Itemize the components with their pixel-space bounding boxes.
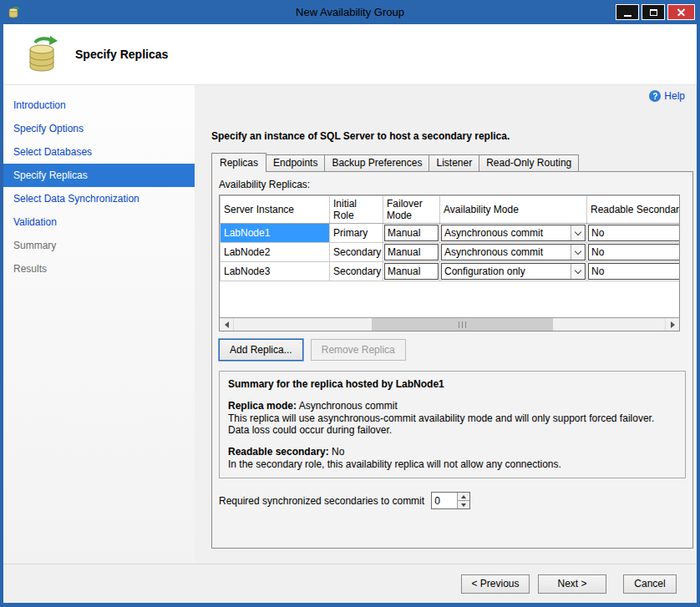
sidebar-item-select-data-synchronization[interactable]: Select Data Synchronization bbox=[3, 187, 195, 210]
replica-mode-value: Asynchronous commit bbox=[299, 400, 398, 412]
scroll-right-icon bbox=[671, 321, 675, 328]
availability-mode-value: Configuration only bbox=[442, 264, 571, 279]
availability-mode-cell[interactable]: Configuration only bbox=[440, 262, 587, 281]
dropdown-arrow-icon[interactable] bbox=[571, 264, 585, 279]
scrollbar-grip-icon bbox=[459, 321, 466, 328]
instruction-text: Specify an instance of SQL Server to hos… bbox=[211, 130, 693, 142]
dialog-body: Specify Replicas Introduction Specify Op… bbox=[3, 24, 697, 603]
sidebar-item-specify-replicas[interactable]: Specify Replicas bbox=[3, 164, 195, 187]
maximize-icon bbox=[650, 9, 657, 16]
tab-endpoints[interactable]: Endpoints bbox=[266, 154, 325, 172]
readable-secondary-summary-value: No bbox=[332, 446, 344, 458]
failover-mode-cell[interactable]: Manual bbox=[383, 262, 440, 281]
scroll-left-icon bbox=[225, 321, 229, 328]
sidebar-item-introduction[interactable]: Introduction bbox=[3, 94, 195, 117]
col-availability-mode: Availability Mode bbox=[440, 196, 587, 224]
scroll-left-button[interactable] bbox=[220, 318, 234, 331]
spin-down-button[interactable] bbox=[458, 501, 469, 508]
window-title: New Availability Group bbox=[3, 6, 697, 18]
readable-secondary-description: In the secondary role, this availability… bbox=[228, 458, 677, 471]
replica-mode-label: Replica mode: bbox=[228, 400, 297, 412]
close-button[interactable] bbox=[667, 4, 695, 20]
availability-group-icon bbox=[7, 5, 22, 20]
add-replica-button[interactable]: Add Replica... bbox=[219, 339, 303, 361]
help-label: Help bbox=[664, 90, 685, 102]
scrollbar-track[interactable] bbox=[234, 318, 665, 331]
failover-mode-value: Manual bbox=[388, 266, 420, 277]
sidebar-item-results: Results bbox=[3, 257, 195, 281]
database-sync-icon bbox=[23, 35, 62, 73]
dialog-window: New Availability Group Specify Replicas bbox=[0, 0, 700, 607]
minimize-button[interactable] bbox=[616, 4, 639, 20]
readable-secondary-value: No bbox=[591, 266, 604, 277]
content-area: Introduction Specify Options Select Data… bbox=[3, 85, 697, 564]
availability-mode-cell[interactable]: Asynchronous commit bbox=[440, 224, 587, 243]
maximize-button[interactable] bbox=[642, 4, 665, 20]
sidebar-item-specify-options[interactable]: Specify Options bbox=[3, 117, 195, 140]
replica-row: LabNode2 Secondary Manual Asynchronous c… bbox=[221, 243, 680, 262]
wizard-footer: < Previous Next > Cancel bbox=[3, 564, 697, 603]
tab-replicas[interactable]: Replicas bbox=[211, 153, 266, 172]
server-instance-cell[interactable]: LabNode3 bbox=[221, 262, 330, 281]
sidebar-item-validation[interactable]: Validation bbox=[3, 210, 195, 234]
col-server-instance: Server Instance bbox=[221, 196, 330, 224]
availability-mode-cell[interactable]: Asynchronous commit bbox=[440, 243, 587, 262]
server-instance-cell[interactable]: LabNode2 bbox=[221, 243, 330, 262]
failover-mode-value: Manual bbox=[388, 246, 420, 258]
readable-secondary-cell[interactable]: No bbox=[587, 243, 680, 262]
replicas-grid: Server Instance Initial Role Failover Mo… bbox=[219, 195, 680, 331]
spin-up-icon bbox=[461, 495, 466, 498]
required-secondaries-label: Required synchronized secondaries to com… bbox=[219, 495, 424, 507]
readable-secondary-cell[interactable]: No bbox=[587, 262, 680, 281]
summary-title: Summary for the replica hosted by LabNod… bbox=[228, 378, 677, 390]
tab-strip: Replicas Endpoints Backup Preferences Li… bbox=[211, 153, 693, 172]
availability-mode-value: Asynchronous commit bbox=[442, 245, 571, 260]
dropdown-arrow-icon[interactable] bbox=[571, 225, 585, 240]
readable-secondary-value: No bbox=[591, 246, 604, 258]
help-link[interactable]: ? Help bbox=[649, 90, 685, 102]
tab-listener[interactable]: Listener bbox=[429, 154, 479, 172]
tab-backup-preferences[interactable]: Backup Preferences bbox=[324, 154, 429, 172]
scroll-right-button[interactable] bbox=[665, 318, 679, 331]
replica-summary-box: Summary for the replica hosted by LabNod… bbox=[219, 371, 686, 478]
main-pane: ? Help Specify an instance of SQL Server… bbox=[195, 85, 697, 564]
col-readable-secondary: Readable Secondary bbox=[587, 196, 680, 224]
failover-mode-cell[interactable]: Manual bbox=[383, 243, 440, 262]
failover-mode-cell[interactable]: Manual bbox=[383, 224, 440, 243]
wizard-steps-sidebar: Introduction Specify Options Select Data… bbox=[3, 85, 195, 564]
horizontal-scrollbar[interactable] bbox=[220, 317, 679, 331]
previous-button[interactable]: < Previous bbox=[461, 574, 530, 594]
initial-role-cell[interactable]: Secondary bbox=[330, 262, 383, 281]
page-title: Specify Replicas bbox=[75, 48, 168, 61]
dropdown-arrow-icon[interactable] bbox=[571, 245, 585, 260]
wizard-header: Specify Replicas bbox=[3, 24, 697, 85]
replica-row: LabNode1 Primary Manual Asynchronous com… bbox=[221, 224, 680, 243]
col-initial-role: Initial Role bbox=[330, 196, 383, 224]
required-secondaries-input[interactable] bbox=[432, 493, 457, 508]
sidebar-item-summary: Summary bbox=[3, 234, 195, 257]
close-icon bbox=[677, 8, 686, 17]
cancel-button[interactable]: Cancel bbox=[623, 574, 677, 594]
initial-role-cell[interactable]: Secondary bbox=[330, 243, 383, 262]
server-instance-cell[interactable]: LabNode1 bbox=[221, 224, 330, 243]
initial-role-cell[interactable]: Primary bbox=[330, 224, 383, 243]
tab-read-only-routing[interactable]: Read-Only Routing bbox=[479, 154, 579, 172]
replicas-tab-panel: Availability Replicas: Server Instance bbox=[211, 171, 693, 549]
readable-secondary-value: No bbox=[591, 227, 604, 239]
sidebar-item-select-databases[interactable]: Select Databases bbox=[3, 140, 195, 164]
availability-replicas-label: Availability Replicas: bbox=[219, 179, 686, 190]
replica-row: LabNode3 Secondary Manual Configuration … bbox=[221, 262, 680, 281]
readable-secondary-label: Readable secondary: bbox=[228, 446, 329, 458]
col-failover-mode: Failover Mode bbox=[383, 196, 440, 224]
minimize-icon bbox=[624, 15, 632, 17]
readable-secondary-cell[interactable]: No bbox=[587, 224, 680, 243]
help-icon: ? bbox=[649, 90, 661, 102]
spin-up-button[interactable] bbox=[458, 493, 469, 501]
remove-replica-button: Remove Replica bbox=[311, 339, 406, 361]
next-button[interactable]: Next > bbox=[538, 574, 606, 594]
failover-mode-value: Manual bbox=[388, 227, 420, 239]
required-secondaries-spinner bbox=[431, 492, 470, 509]
titlebar[interactable]: New Availability Group bbox=[3, 0, 697, 24]
scrollbar-thumb[interactable] bbox=[372, 318, 553, 331]
replica-mode-description: This replica will use asynchronous-commi… bbox=[228, 412, 677, 436]
